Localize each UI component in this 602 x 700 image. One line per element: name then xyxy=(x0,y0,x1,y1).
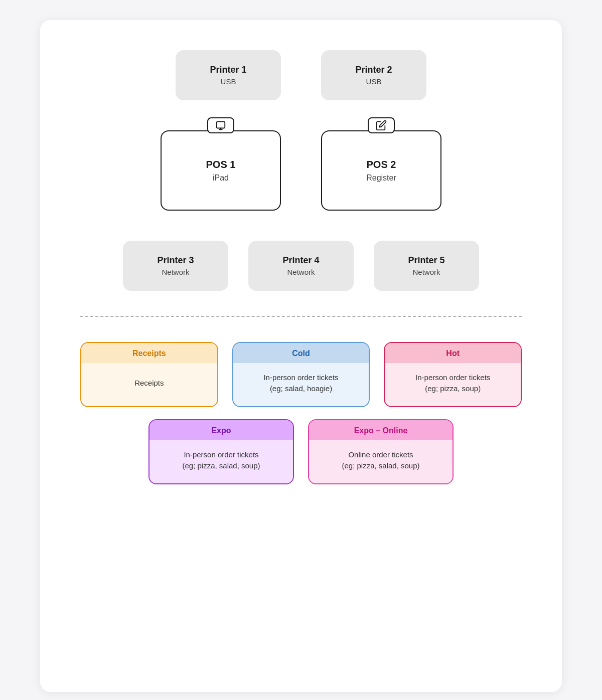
category-row-1: Receipts Receipts Cold In-person order t… xyxy=(80,342,522,407)
printer-2-subtitle: USB xyxy=(366,77,382,86)
printer-4-card[interactable]: Printer 4 Network xyxy=(248,241,354,291)
pos-1-title: POS 1 xyxy=(206,159,236,170)
pos-2-icon-tab xyxy=(368,117,395,133)
expo-card[interactable]: Expo In-person order tickets (eg; pizza,… xyxy=(148,419,294,484)
pencil-icon xyxy=(376,120,387,131)
pos-section: POS 1 iPad POS 2 Register xyxy=(80,130,522,211)
categories-section: Receipts Receipts Cold In-person order t… xyxy=(80,342,522,484)
hot-header: Hot xyxy=(385,343,521,363)
expo-online-card[interactable]: Expo – Online Online order tickets (eg; … xyxy=(308,419,454,484)
pos-1-card[interactable]: POS 1 iPad xyxy=(161,130,281,211)
printer-2-title: Printer 2 xyxy=(355,65,392,75)
pos-1-subtitle: iPad xyxy=(213,173,229,183)
pos-2-title: POS 2 xyxy=(367,159,396,170)
printer-5-card[interactable]: Printer 5 Network xyxy=(374,241,479,291)
printer-5-subtitle: Network xyxy=(412,268,440,276)
expo-body: In-person order tickets (eg; pizza, sala… xyxy=(149,440,293,483)
printer-3-subtitle: Network xyxy=(162,268,189,276)
screen-icon xyxy=(215,120,226,131)
pos-1-icon-tab xyxy=(207,117,234,133)
network-printers-section: Printer 3 Network Printer 4 Network Prin… xyxy=(80,241,522,291)
category-row-2: Expo In-person order tickets (eg; pizza,… xyxy=(80,419,522,484)
page-container: Printer 1 USB Printer 2 USB POS 1 iPad xyxy=(40,20,562,692)
printer-3-title: Printer 3 xyxy=(157,255,194,266)
cold-card[interactable]: Cold In-person order tickets (eg; salad,… xyxy=(232,342,370,407)
pos-2-subtitle: Register xyxy=(366,173,396,183)
cold-body: In-person order tickets (eg; salad, hoag… xyxy=(233,363,369,406)
usb-printers-section: Printer 1 USB Printer 2 USB xyxy=(80,50,522,100)
cold-header: Cold xyxy=(233,343,369,363)
hot-card[interactable]: Hot In-person order tickets (eg; pizza, … xyxy=(384,342,522,407)
printer-1-title: Printer 1 xyxy=(210,65,246,75)
printer-2-card[interactable]: Printer 2 USB xyxy=(321,50,426,100)
receipts-body: Receipts xyxy=(81,363,217,406)
expo-online-header: Expo – Online xyxy=(309,420,453,440)
printer-5-title: Printer 5 xyxy=(408,255,444,266)
pos-2-card[interactable]: POS 2 Register xyxy=(321,130,441,211)
expo-header: Expo xyxy=(149,420,293,440)
receipts-header: Receipts xyxy=(81,343,217,363)
hot-body: In-person order tickets (eg; pizza, soup… xyxy=(385,363,521,406)
printer-1-card[interactable]: Printer 1 USB xyxy=(176,50,281,100)
printer-1-subtitle: USB xyxy=(221,77,236,86)
svg-rect-0 xyxy=(217,122,225,128)
printer-4-subtitle: Network xyxy=(287,268,315,276)
section-divider xyxy=(80,316,522,317)
receipts-card[interactable]: Receipts Receipts xyxy=(80,342,218,407)
printer-4-title: Printer 4 xyxy=(282,255,319,266)
printer-3-card[interactable]: Printer 3 Network xyxy=(123,241,228,291)
expo-online-body: Online order tickets (eg; pizza, salad, … xyxy=(309,440,453,483)
